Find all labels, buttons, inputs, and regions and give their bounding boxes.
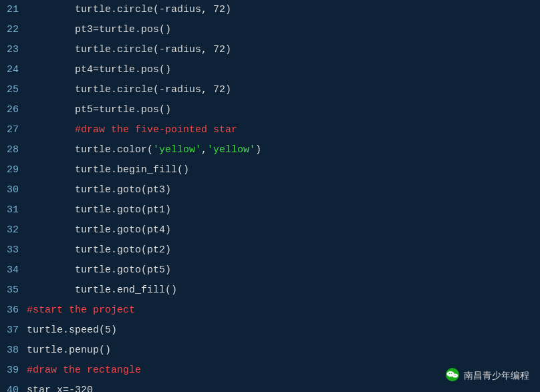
- line-number: 31: [0, 201, 24, 220]
- line-number: 35: [0, 281, 24, 300]
- table-row: 32 turtle.goto(pt4): [0, 220, 540, 240]
- line-number: 29: [0, 161, 24, 180]
- svg-point-2: [452, 374, 458, 378]
- line-content: turtle.circle(-radius, 72): [24, 41, 540, 59]
- line-number: 39: [0, 361, 24, 380]
- table-row: 24 pt4=turtle.pos(): [0, 60, 540, 80]
- line-content: turtle.goto(pt5): [24, 261, 540, 280]
- svg-point-5: [454, 375, 454, 375]
- line-content: turtle.speed(5): [24, 321, 540, 340]
- line-number: 21: [0, 1, 24, 19]
- line-content: turtle.end_fill(): [24, 281, 540, 300]
- table-row: 38turtle.penup(): [0, 341, 540, 361]
- line-content: turtle.goto(pt4): [24, 221, 540, 240]
- line-number: 37: [0, 321, 24, 340]
- line-content: #draw the five-pointed star: [24, 121, 540, 140]
- svg-point-6: [455, 375, 456, 375]
- table-row: 21 turtle.circle(-radius, 72): [0, 0, 540, 20]
- table-row: 30 turtle.goto(pt3): [0, 180, 540, 200]
- line-content: #start the project: [24, 301, 540, 320]
- line-number: 27: [0, 121, 24, 140]
- line-number: 36: [0, 301, 24, 320]
- watermark: 南昌青少年编程: [445, 367, 529, 384]
- table-row: 36#start the project: [0, 301, 540, 321]
- line-content: turtle.begin_fill(): [24, 161, 540, 180]
- line-number: 26: [0, 101, 24, 120]
- table-row: 26 pt5=turtle.pos(): [0, 100, 540, 120]
- line-number: 25: [0, 81, 24, 100]
- table-row: 35 turtle.end_fill(): [0, 280, 540, 301]
- line-number: 40: [0, 381, 24, 392]
- line-content: turtle.circle(-radius, 72): [24, 81, 540, 100]
- table-row: 29 turtle.begin_fill(): [0, 160, 540, 180]
- table-row: 23 turtle.circle(-radius, 72): [0, 40, 540, 60]
- line-content: turtle.penup(): [24, 341, 540, 360]
- line-number: 34: [0, 261, 24, 280]
- line-content: turtle.goto(pt2): [24, 241, 540, 260]
- line-content: pt4=turtle.pos(): [24, 61, 540, 79]
- line-number: 32: [0, 221, 24, 240]
- svg-point-4: [451, 373, 452, 375]
- line-number: 28: [0, 141, 24, 160]
- table-row: 31 turtle.goto(pt1): [0, 200, 540, 220]
- svg-point-3: [449, 373, 450, 375]
- line-content: turtle.goto(pt3): [24, 181, 540, 200]
- line-number: 22: [0, 21, 24, 39]
- line-number: 38: [0, 341, 24, 360]
- line-content: turtle.circle(-radius, 72): [24, 1, 540, 19]
- wechat-icon: [445, 367, 460, 384]
- watermark-text: 南昌青少年编程: [464, 370, 529, 382]
- table-row: 34 turtle.goto(pt5): [0, 260, 540, 280]
- line-content: pt5=turtle.pos(): [24, 101, 540, 120]
- line-content: turtle.goto(pt1): [24, 201, 540, 220]
- line-number: 23: [0, 41, 24, 59]
- table-row: 33 turtle.goto(pt2): [0, 240, 540, 260]
- line-number: 33: [0, 241, 24, 260]
- line-number: 24: [0, 61, 24, 79]
- code-editor: 21 turtle.circle(-radius, 72)22 pt3=turt…: [0, 0, 540, 392]
- table-row: 27 #draw the five-pointed star: [0, 120, 540, 140]
- table-row: 37turtle.speed(5): [0, 321, 540, 341]
- line-content: pt3=turtle.pos(): [24, 21, 540, 39]
- line-content: turtle.color('yellow','yellow'): [24, 141, 540, 160]
- table-row: 28 turtle.color('yellow','yellow'): [0, 140, 540, 160]
- table-row: 25 turtle.circle(-radius, 72): [0, 80, 540, 100]
- table-row: 22 pt3=turtle.pos(): [0, 20, 540, 40]
- line-number: 30: [0, 181, 24, 200]
